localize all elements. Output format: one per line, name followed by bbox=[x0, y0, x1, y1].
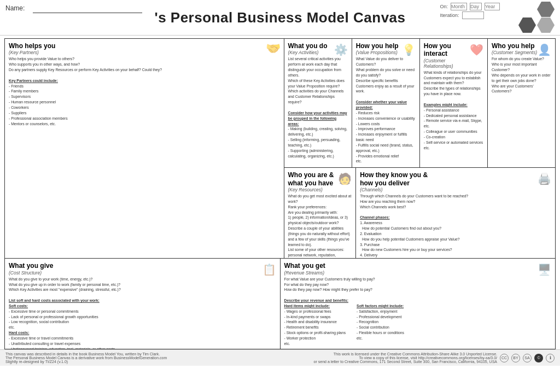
cell-head: What you give (Cost Structure) 📋 bbox=[9, 262, 276, 276]
footer-left: This canvas was described in details in … bbox=[5, 352, 167, 364]
header: Name: 's Personal Business Model Canvas … bbox=[0, 0, 560, 36]
who-you-are-body: What do you get most excited about at wo… bbox=[288, 194, 352, 258]
how-they-know-body: Through which Channels do your Customers… bbox=[360, 194, 551, 258]
hexagon-group bbox=[518, 2, 555, 33]
cell-head: What you get (Revenue Streams) 🖥️ bbox=[284, 262, 552, 276]
hex-row-bottom bbox=[518, 17, 555, 33]
cell-how-you-help: How you help (Value Propositions) 💡 What… bbox=[352, 39, 420, 167]
hexagon-2 bbox=[518, 17, 536, 33]
title-block: What you give (Cost Structure) bbox=[9, 262, 53, 276]
cell-head: How you help (Value Propositions) 💡 bbox=[356, 42, 416, 56]
cc-icon: CC bbox=[500, 354, 509, 362]
title-block: Who you help (Customer Segments) bbox=[492, 42, 537, 56]
title-block: How you help (Value Propositions) bbox=[356, 42, 399, 56]
who-you-help-body: For whom do you create Value? Who is you… bbox=[492, 56, 551, 94]
iteration-control-row: Iteration: bbox=[440, 11, 500, 19]
iteration-label: Iteration: bbox=[440, 13, 459, 18]
cell-head: How they know you & how you deliver (Cha… bbox=[360, 171, 551, 194]
who-you-are-icon: 🧑 bbox=[338, 172, 352, 194]
on-control-row: On: bbox=[440, 3, 500, 10]
soft-items-col: Soft factors might include: - Satisfacti… bbox=[357, 303, 404, 347]
upper-section: Who helps you (Key Partners) 🤝 Who helps… bbox=[5, 39, 555, 259]
what-you-get-body: For what Value are your Customers truly … bbox=[284, 277, 552, 347]
cell-what-you-give: What you give (Cost Structure) 📋 What do… bbox=[5, 259, 281, 349]
cell-what-you-do: What you do (Key Activities) ⚙️ List sev… bbox=[284, 39, 352, 167]
cell-head: How you interact (Customer Relationships… bbox=[424, 42, 483, 70]
who-helps-body: Who helps you provide Value to others? W… bbox=[9, 56, 280, 126]
who-you-help-icon: 👤 bbox=[538, 43, 551, 56]
footer-right: This work is licensed under the Creative… bbox=[314, 352, 555, 364]
controls-area: On: Iteration: bbox=[440, 3, 500, 19]
cell-head: Who you are & what you have (Key Resourc… bbox=[288, 171, 352, 194]
cell-how-you-interact: How you interact (Customer Relationships… bbox=[420, 39, 488, 167]
what-you-do-icon: ⚙️ bbox=[334, 43, 348, 56]
cell-head: Who you help (Customer Segments) 👤 bbox=[492, 42, 551, 56]
hex-row-top bbox=[518, 2, 555, 17]
what-you-get-icon: 🖥️ bbox=[538, 263, 551, 276]
how-you-interact-body: What kinds of relationships do your Cust… bbox=[424, 70, 483, 151]
year-input[interactable] bbox=[485, 3, 500, 10]
cell-who-you-help: Who you help (Customer Segments) 👤 For w… bbox=[488, 39, 555, 167]
title-block: What you get (Revenue Streams) bbox=[284, 262, 325, 276]
what-you-give-icon: 📋 bbox=[262, 263, 276, 276]
how-you-help-body: What Value do you deliver to Customers? … bbox=[356, 56, 416, 164]
hexagon-1 bbox=[537, 2, 555, 17]
bottom-right-row: Who you are & what you have (Key Resourc… bbox=[284, 168, 556, 258]
revenue-columns: Hard items might include: - Wages or pro… bbox=[284, 303, 552, 347]
page: Name: 's Personal Business Model Canvas … bbox=[0, 0, 560, 392]
how-you-interact-icon: ❤️ bbox=[470, 43, 483, 70]
who-helps-icon: 🤝 bbox=[266, 42, 281, 56]
bottom-row: What you give (Cost Structure) 📋 What do… bbox=[5, 259, 555, 349]
canvas-wrapper: Who helps you (Key Partners) 🤝 Who helps… bbox=[0, 36, 560, 349]
cell-title-who-helps: Who helps you (Key Partners) bbox=[9, 42, 55, 56]
what-you-give-body: What do you give to your work (time, ene… bbox=[9, 277, 276, 349]
cell-how-they-know: How they know you & how you deliver (Cha… bbox=[356, 168, 555, 258]
month-input[interactable] bbox=[451, 3, 467, 10]
right-section: What you do (Key Activities) ⚙️ List sev… bbox=[284, 39, 556, 258]
name-label: Name: bbox=[5, 4, 25, 12]
top-right-row: What you do (Key Activities) ⚙️ List sev… bbox=[284, 39, 556, 168]
cell-head: What you do (Key Activities) ⚙️ bbox=[288, 42, 348, 56]
cell-who-helps-you: Who helps you (Key Partners) 🤝 Who helps… bbox=[5, 39, 284, 258]
sa-icon: SA bbox=[523, 354, 532, 362]
day-input[interactable] bbox=[470, 3, 482, 10]
hard-items-col: Hard items might include: - Wages or pro… bbox=[284, 303, 346, 347]
cell-what-you-get: What you get (Revenue Streams) 🖥️ For wh… bbox=[281, 259, 556, 349]
partners-label: Key Partners could include: bbox=[9, 78, 280, 84]
title-block: How you interact (Customer Relationships… bbox=[424, 42, 470, 70]
footer: This canvas was described in details in … bbox=[0, 349, 560, 366]
title-block: How they know you & how you deliver (Cha… bbox=[360, 171, 428, 194]
footer-icons: CC BY SA © ℹ bbox=[500, 354, 555, 362]
nd-icon: © bbox=[534, 354, 543, 362]
info-icon: ℹ bbox=[546, 354, 555, 362]
how-you-help-icon: 💡 bbox=[402, 43, 416, 56]
title-block: Who you are & what you have (Key Resourc… bbox=[288, 171, 334, 194]
on-label: On: bbox=[440, 4, 448, 9]
what-you-do-body: List several critical activities you per… bbox=[288, 56, 348, 159]
name-input-line bbox=[33, 4, 142, 13]
by-icon: BY bbox=[511, 354, 520, 362]
cell-header: Who helps you (Key Partners) 🤝 bbox=[9, 42, 280, 56]
cell-who-you-are: Who you are & what you have (Key Resourc… bbox=[284, 168, 357, 258]
hexagon-3 bbox=[537, 17, 555, 33]
iteration-input[interactable] bbox=[462, 11, 484, 19]
how-they-know-icon: 🖨️ bbox=[538, 172, 551, 194]
main-canvas: Who helps you (Key Partners) 🤝 Who helps… bbox=[4, 38, 556, 349]
title-block: What you do (Key Activities) bbox=[288, 42, 328, 56]
